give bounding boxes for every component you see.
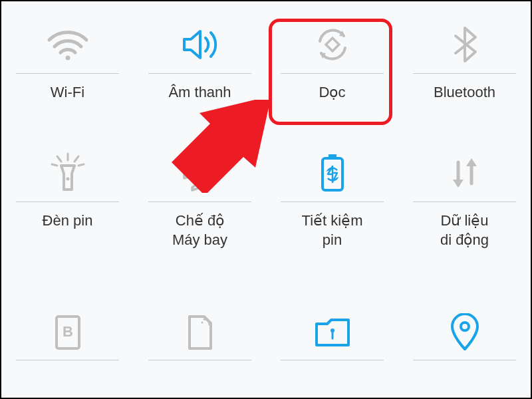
tile-secure-folder[interactable]	[266, 277, 398, 398]
tile-rotation[interactable]: Dọc	[266, 1, 398, 130]
quick-settings-grid: Wi-Fi Âm thanh Dọc	[1, 1, 531, 398]
tile-bluetooth[interactable]: Bluetooth	[398, 1, 531, 130]
svg-rect-1	[326, 38, 339, 51]
tile-mobile-data-label: Dữ liệu di động	[440, 211, 489, 249]
tile-airplane-label: Chế độ Máy bay	[172, 211, 227, 249]
tile-battery-saver-label: Tiết kiệm pin	[302, 211, 363, 249]
tile-location[interactable]	[398, 277, 531, 398]
tile-wifi[interactable]: Wi-Fi	[1, 1, 134, 130]
auto-rotate-icon	[266, 21, 398, 68]
svg-text:B: B	[63, 323, 73, 340]
tile-blue-light[interactable]: B	[1, 277, 134, 398]
airplane-icon	[134, 150, 266, 196]
svg-line-6	[78, 164, 84, 166]
tile-bluetooth-label: Bluetooth	[434, 83, 495, 102]
location-icon	[398, 309, 531, 356]
tile-airplane[interactable]: Chế độ Máy bay	[134, 130, 266, 277]
tile-flashlight[interactable]: Đèn pin	[1, 130, 134, 277]
sim-icon	[134, 309, 266, 356]
svg-point-17	[461, 323, 469, 331]
tile-sim[interactable]	[134, 277, 266, 398]
bluetooth-icon	[398, 21, 531, 68]
svg-line-3	[57, 156, 61, 162]
tile-sound-label: Âm thanh	[168, 83, 231, 102]
flashlight-icon	[1, 150, 134, 196]
speaker-icon	[134, 21, 266, 68]
mobile-data-icon	[398, 150, 531, 196]
tile-rotation-label: Dọc	[319, 83, 346, 102]
blue-light-icon: B	[1, 309, 134, 356]
wifi-icon	[1, 21, 134, 68]
secure-folder-icon	[266, 309, 398, 356]
tile-flashlight-label: Đèn pin	[43, 211, 93, 231]
svg-point-14	[201, 322, 203, 324]
svg-rect-9	[329, 154, 336, 158]
tile-sound[interactable]: Âm thanh	[134, 1, 266, 130]
tile-battery-saver[interactable]: Tiết kiệm pin	[266, 130, 398, 277]
svg-point-0	[65, 56, 70, 61]
svg-line-5	[52, 164, 57, 166]
svg-point-7	[66, 178, 69, 181]
battery-saver-icon	[266, 150, 398, 196]
tile-mobile-data[interactable]: Dữ liệu di động	[398, 130, 531, 277]
svg-line-4	[74, 156, 78, 162]
tile-wifi-label: Wi-Fi	[51, 83, 84, 102]
